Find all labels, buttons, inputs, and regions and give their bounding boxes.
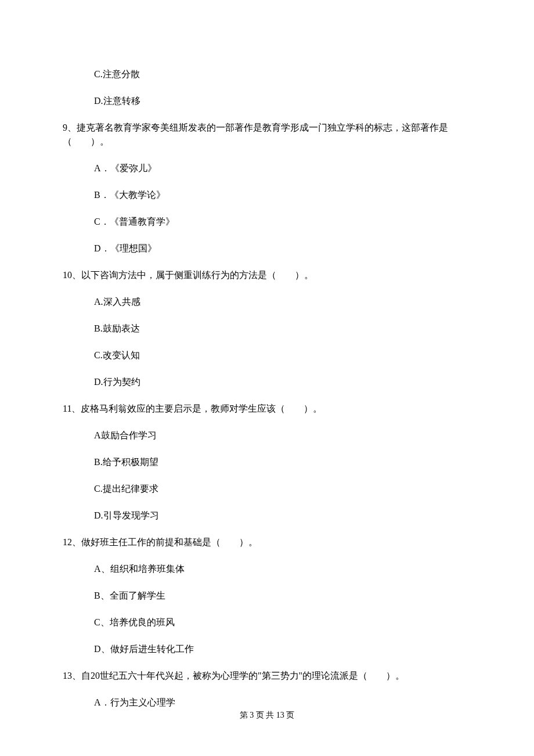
- question-9-option-d: D．《理想国》: [94, 242, 471, 255]
- question-11-option-c: C.提出纪律要求: [94, 482, 471, 496]
- question-12-stem: 12、做好班主任工作的前提和基础是（ ）。: [63, 535, 471, 549]
- question-11-option-d: D.引导发现学习: [94, 509, 471, 523]
- question-12-option-c: C、培养优良的班风: [94, 615, 471, 629]
- question-10-option-c: C.改变认知: [94, 348, 471, 362]
- question-9-option-c: C．《普通教育学》: [94, 215, 471, 229]
- question-9-stem: 9、捷克著名教育学家夸美纽斯发表的一部著作是教育学形成一门独立学科的标志，这部著…: [63, 121, 471, 149]
- question-10-option-a: A.深入共感: [94, 295, 471, 309]
- question-10-option-d: D.行为契约: [94, 375, 471, 389]
- option-d: D.注意转移: [94, 94, 471, 108]
- page-footer: 第 3 页 共 13 页: [0, 709, 534, 721]
- question-9-option-b: B．《大教学论》: [94, 188, 471, 202]
- question-11-stem: 11、皮格马利翁效应的主要启示是，教师对学生应该（ ）。: [63, 402, 471, 416]
- question-13-stem: 13、自20世纪五六十年代兴起，被称为心理学的"第三势力"的理论流派是（ ）。: [63, 669, 471, 683]
- question-12-option-d: D、做好后进生转化工作: [94, 642, 471, 656]
- question-13-option-a: A．行为主义心理学: [94, 696, 471, 710]
- question-9-option-a: A．《爱弥儿》: [94, 161, 471, 175]
- page-container: C.注意分散 D.注意转移 9、捷克著名教育学家夸美纽斯发表的一部著作是教育学形…: [0, 0, 534, 756]
- question-12-option-b: B、全面了解学生: [94, 589, 471, 603]
- question-10-option-b: B.鼓励表达: [94, 322, 471, 336]
- option-c: C.注意分散: [94, 67, 471, 81]
- question-10-stem: 10、以下咨询方法中，属于侧重训练行为的方法是（ ）。: [63, 268, 471, 282]
- question-11-option-a: A鼓励合作学习: [94, 429, 471, 442]
- question-12-option-a: A、组织和培养班集体: [94, 562, 471, 576]
- question-11-option-b: B.给予积极期望: [94, 455, 471, 469]
